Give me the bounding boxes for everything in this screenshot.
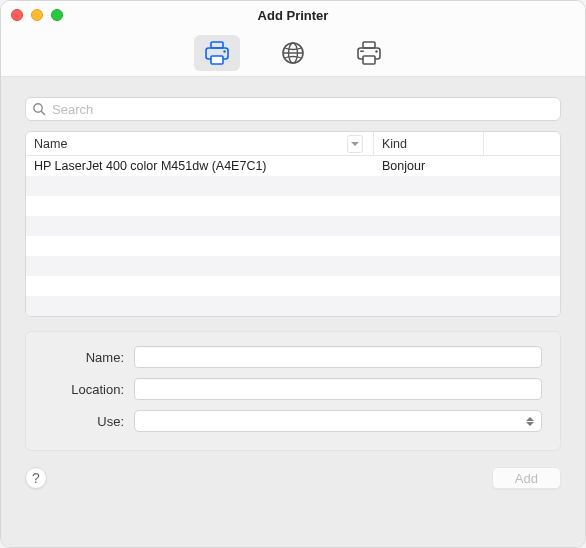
minimize-window-button[interactable] <box>31 9 43 21</box>
search-icon <box>32 102 46 116</box>
table-body: HP LaserJet 400 color M451dw (A4E7C1) Bo… <box>26 156 560 316</box>
column-header-name-label: Name <box>34 137 67 151</box>
sort-indicator-icon <box>347 135 363 153</box>
tab-ip[interactable] <box>270 35 316 71</box>
tab-windows[interactable] <box>346 35 392 71</box>
location-label: Location: <box>44 382 124 397</box>
table-row[interactable] <box>26 176 560 196</box>
printer-table: Name Kind HP LaserJet 400 color M451dw (… <box>25 131 561 317</box>
add-printer-window: Add Printer <box>0 0 586 548</box>
svg-rect-1 <box>211 42 223 48</box>
svg-line-13 <box>41 111 44 114</box>
column-header-spacer <box>484 132 560 156</box>
help-button[interactable]: ? <box>25 467 47 489</box>
tab-default[interactable] <box>194 35 240 71</box>
svg-point-11 <box>375 50 377 52</box>
table-row[interactable] <box>26 296 560 316</box>
zoom-window-button[interactable] <box>51 9 63 21</box>
printer-advanced-icon <box>355 40 383 66</box>
location-field[interactable] <box>134 378 542 400</box>
add-button: Add <box>492 467 561 489</box>
title-bar: Add Printer <box>1 1 585 29</box>
table-row[interactable] <box>26 216 560 236</box>
help-icon: ? <box>32 470 40 486</box>
cell-name: HP LaserJet 400 color M451dw (A4E7C1) <box>26 159 374 173</box>
window-controls <box>11 9 63 21</box>
table-header: Name Kind <box>26 132 560 156</box>
globe-icon <box>281 41 305 65</box>
svg-rect-9 <box>363 56 375 64</box>
svg-point-3 <box>223 50 225 52</box>
table-row[interactable] <box>26 276 560 296</box>
cell-kind: Bonjour <box>374 159 484 173</box>
use-label: Use: <box>44 414 124 429</box>
window-title: Add Printer <box>258 8 329 23</box>
table-row[interactable] <box>26 196 560 216</box>
toolbar <box>1 29 585 77</box>
svg-rect-8 <box>363 42 375 48</box>
content-area: Name Kind HP LaserJet 400 color M451dw (… <box>1 77 585 547</box>
name-label: Name: <box>44 350 124 365</box>
table-row[interactable] <box>26 236 560 256</box>
popup-arrows-icon <box>523 413 537 429</box>
column-header-kind-label: Kind <box>382 137 407 151</box>
printer-icon <box>203 40 231 66</box>
svg-rect-10 <box>360 50 364 52</box>
svg-rect-2 <box>211 56 223 64</box>
table-row[interactable] <box>26 256 560 276</box>
add-button-label: Add <box>515 471 538 486</box>
printer-details-panel: Name: Location: Use: <box>25 331 561 451</box>
table-row[interactable]: HP LaserJet 400 color M451dw (A4E7C1) Bo… <box>26 156 560 176</box>
name-field[interactable] <box>134 346 542 368</box>
search-input[interactable] <box>52 102 554 117</box>
column-header-name[interactable]: Name <box>26 132 374 156</box>
search-field[interactable] <box>25 97 561 121</box>
column-header-kind[interactable]: Kind <box>374 132 484 156</box>
use-popup[interactable] <box>134 410 542 432</box>
close-window-button[interactable] <box>11 9 23 21</box>
footer: ? Add <box>25 467 561 489</box>
